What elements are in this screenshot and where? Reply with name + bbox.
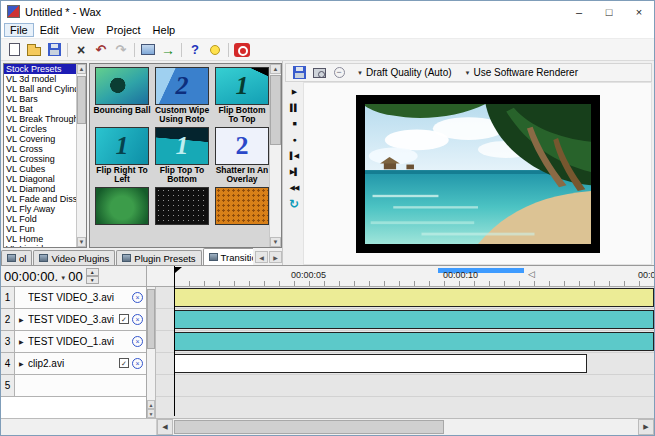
timeline-vertical-scrollbar[interactable]: ▲ ▼ [147,287,156,418]
track-expand-arrow[interactable]: ▶ [19,338,26,345]
preset-list-item[interactable]: VL Break Through [4,114,76,124]
chevron-down-icon[interactable]: ▼ [60,275,66,281]
track-remove-button[interactable]: × [132,314,143,325]
close-button[interactable]: × [624,1,654,22]
scroll-right-icon[interactable]: ▶ [638,419,654,435]
track-remove-button[interactable]: × [132,336,143,347]
step-back-button[interactable]: ▌◀ [286,148,302,163]
preset-list-item[interactable]: VL Fade and Disso [4,194,76,204]
clip-bar[interactable] [174,288,654,307]
clip-bar[interactable] [174,332,654,351]
track-toggle-button[interactable]: ✓ [119,358,129,368]
preset-list-item[interactable]: Stock Presets [4,64,76,74]
transition-preset-thumbnail[interactable] [153,187,211,245]
scrollbar-thumb[interactable] [270,75,281,145]
toolbar-help-button[interactable]: ? [185,41,205,59]
track-toggle-button[interactable]: ✓ [119,314,129,324]
preview-save-button[interactable] [290,65,308,81]
toolbar-cut-button[interactable]: × [71,41,91,59]
preset-list-item[interactable]: VL Covering [4,134,76,144]
pause-button[interactable]: ▌▌ [286,100,302,115]
preset-list-item[interactable]: VL Cubes [4,164,76,174]
scroll-down-icon[interactable]: ▼ [77,237,86,247]
spin-up-icon[interactable]: ▲ [86,268,99,276]
transition-preset-thumbnail[interactable]: 1Flip Bottom To Top [213,67,269,125]
track-expand-arrow[interactable]: ▶ [19,316,26,323]
scroll-left-icon[interactable]: ◀ [157,419,173,435]
preset-list-item[interactable]: VL Crossing [4,154,76,164]
preset-list-item[interactable]: VL Fly Away [4,204,76,214]
quality-dropdown[interactable]: ▼ Draft Quality (Auto) [353,66,456,79]
scroll-up-icon[interactable]: ▲ [270,64,281,74]
scrollbar-thumb[interactable] [147,289,155,349]
menu-project[interactable]: Project [100,23,146,37]
timeline-lane[interactable] [156,287,654,309]
preset-list-item[interactable]: VL Diamond [4,184,76,194]
toolbar-save-button[interactable] [44,41,64,59]
thumbnail-scrollbar[interactable]: ▲ ▼ [269,64,281,247]
preset-list-item[interactable]: VL Liquid [4,244,76,248]
scroll-down-icon[interactable]: ▼ [270,237,281,247]
spin-down-icon[interactable]: ▼ [86,276,99,284]
renderer-dropdown[interactable]: ▼ Use Software Renderer [461,66,582,79]
preset-list-item[interactable]: VL Home [4,234,76,244]
timeline-lane[interactable] [156,331,654,353]
menu-file[interactable]: File [4,23,34,37]
toolbar-undo-button[interactable]: ↶ [91,41,111,59]
timeline-lane[interactable] [156,309,654,331]
preset-list-item[interactable]: VL Ball and Cylind [4,84,76,94]
preview-zoom-out-button[interactable]: − [330,65,348,81]
preset-list-scrollbar[interactable]: ▲ ▼ [76,64,86,247]
toolbar-tip-button[interactable] [205,41,225,59]
tab-plugin-presets[interactable]: Plugin Presets [116,250,201,265]
scrollbar-thumb[interactable] [77,76,86,124]
preset-list-item[interactable]: VL Fold [4,214,76,224]
transition-preset-thumbnail[interactable]: 1Flip Right To Left [93,127,151,185]
preset-list-item[interactable]: VL Diagonal [4,174,76,184]
timeline-lane[interactable] [156,375,654,397]
toolbar-new-button[interactable] [4,41,24,59]
track-remove-button[interactable]: × [132,292,143,303]
record-button[interactable]: ● [286,132,302,147]
scrollbar-thumb[interactable] [174,420,444,434]
preset-list-item[interactable]: VL Circles [4,124,76,134]
preset-list-item[interactable]: VL 3d model [4,74,76,84]
menu-view[interactable]: View [65,23,101,37]
toolbar-redo-button[interactable]: ↷ [111,41,131,59]
tab-scroll-left-icon[interactable]: ◀ [255,251,268,263]
transition-preset-thumbnail[interactable] [93,187,151,245]
menu-help[interactable]: Help [147,23,182,37]
clip-bar[interactable] [174,310,654,329]
menu-edit[interactable]: Edit [34,23,65,37]
preset-list-item[interactable]: VL Cross [4,144,76,154]
minimize-button[interactable]: – [564,1,594,22]
toolbar-render-button[interactable] [138,41,158,59]
track-expand-arrow[interactable]: ▶ [19,360,26,367]
clip-bar[interactable] [174,354,587,373]
play-button[interactable]: ▶ [286,84,302,99]
transition-preset-thumbnail[interactable]: Bouncing Ball [93,67,151,125]
preset-list-item[interactable]: VL Bat [4,104,76,114]
tab-scroll-right-icon[interactable]: ▶ [269,251,282,263]
transition-preset-thumbnail[interactable]: 2Shatter In An Overlay [213,127,269,185]
scroll-up-icon[interactable]: ▲ [147,400,155,409]
playhead[interactable] [174,266,175,416]
transition-preset-thumbnail[interactable]: 2Custom Wipe Using Roto [153,67,211,125]
scroll-up-icon[interactable]: ▲ [77,64,86,74]
go-start-button[interactable]: ◀◀ [286,180,302,195]
preset-list-item[interactable]: VL Bars [4,94,76,104]
timeline-horizontal-scrollbar[interactable]: ◀ ▶ [157,419,654,435]
tab-ol[interactable]: ol [1,250,32,265]
toolbar-go-button[interactable]: → [158,41,178,59]
tab-transition-presets[interactable]: Transition Presets [203,248,253,265]
toolbar-open-button[interactable] [24,41,44,59]
maximize-button[interactable]: □ [594,1,624,22]
preview-snapshot-button[interactable] [310,65,328,81]
track-remove-button[interactable]: × [132,358,143,369]
stop-button[interactable]: ■ [286,116,302,131]
loop-button[interactable]: ↻ [286,196,302,211]
transition-preset-thumbnail[interactable]: 1Flip Top To Bottom [153,127,211,185]
step-forward-button[interactable]: ▶▌ [286,164,302,179]
preset-list-item[interactable]: VL Fun [4,224,76,234]
tab-video-plugins[interactable]: Video Plugins [33,250,115,265]
